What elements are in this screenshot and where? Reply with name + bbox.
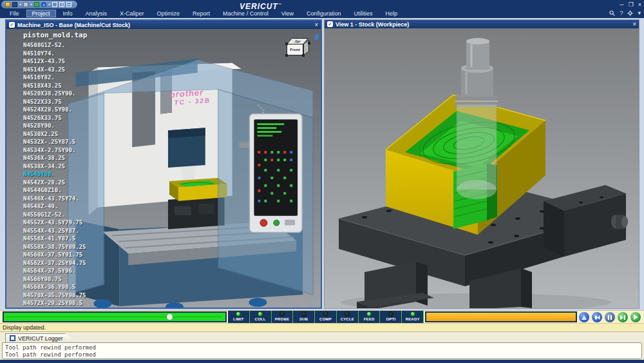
gcode-line[interactable]: N4530X2.25 [23, 130, 120, 139]
gcode-line[interactable]: N4528Y90. [23, 122, 120, 130]
machine-view-titlebar[interactable]: ✓ Machine_ISO - Base (Machine/Cut Stock)… [6, 21, 321, 29]
gear-icon[interactable] [627, 10, 633, 16]
layout-split-vertical-icon[interactable] [59, 2, 64, 7]
gcode-line[interactable]: N4564X-37.5Y96. [23, 267, 120, 275]
menu-item[interactable]: View [276, 10, 299, 17]
gcode-line[interactable]: N4526X33.75 [23, 114, 120, 123]
orientation-cube[interactable]: Top Front [285, 38, 312, 60]
machine-3d-view[interactable]: piston_mold.tap N4508G1Z-52. N4510Y74. N… [6, 29, 321, 308]
slider-knob[interactable] [167, 314, 173, 320]
indicator-button[interactable]: FEED [359, 311, 381, 324]
stock-3d-view[interactable] [325, 28, 639, 308]
menu-item[interactable]: Utilities [348, 10, 379, 17]
gcode-lines: N4508G1Z-52. N4510Y74. N4512X-43.75 N451… [23, 41, 120, 308]
gcode-line[interactable]: N4554X-43.25Y87. [23, 227, 120, 235]
gcode-line[interactable]: N4570X-35.75Y98.75 [23, 291, 120, 300]
chevron-down-icon[interactable]: ▾ [30, 2, 32, 7]
logger-title: VERICUT Logger [18, 335, 63, 342]
play-button[interactable] [630, 312, 641, 322]
gcode-line[interactable]: N4516Y82. [23, 74, 120, 82]
info-icon[interactable]: i [41, 2, 46, 7]
search-icon[interactable] [609, 10, 615, 16]
gcode-line[interactable]: N4512X-43.75 [23, 57, 120, 66]
gcode-line[interactable]: N4508G1Z-52. [23, 41, 120, 50]
menu-item[interactable]: Help [380, 10, 404, 17]
open-project-icon[interactable] [5, 2, 10, 7]
gcode-line[interactable]: N4548Z-49. [23, 202, 120, 211]
gcode-line[interactable]: N4544G0Z10. [23, 186, 120, 195]
logger-tab[interactable]: VERICUT Logger [5, 333, 78, 342]
indicator-button[interactable]: CYCLE [337, 311, 359, 324]
logger-panel: VERICUT Logger Tool path rewind performe… [0, 331, 644, 360]
menu-item[interactable]: File [4, 10, 25, 17]
gcode-line[interactable]: N4552X-43.5Y79.75 [23, 219, 120, 227]
gcode-line[interactable]: N4538X-34.25 [23, 162, 120, 171]
gcode-line[interactable]: N4534X-2.75Y90. [23, 146, 120, 155]
speed-slider[interactable] [3, 311, 227, 322]
vericut-app: ▾ ▾ i▾ VERICUT™ ─ ❐ × File Project Info … [0, 0, 644, 363]
worklist-icon[interactable] [34, 2, 39, 7]
close-icon[interactable]: × [638, 1, 641, 8]
indicator-button[interactable]: COLL [250, 311, 272, 324]
gcode-line[interactable]: N4566Y98.75 [23, 275, 120, 284]
menu-item[interactable]: Configuration [301, 10, 347, 17]
layout-single-icon[interactable] [52, 2, 57, 7]
stock-view-titlebar[interactable]: ✓ View 1 - Stock (Workpiece) × [325, 20, 639, 28]
save-icon[interactable] [12, 2, 17, 7]
step-button[interactable] [618, 312, 628, 322]
gcode-line[interactable]: N4536X-38.25 [23, 154, 120, 162]
menu-item[interactable]: X-Caliper [114, 10, 150, 17]
menu-item[interactable]: Analysis [80, 10, 113, 17]
menu-item[interactable]: Report [187, 10, 216, 17]
gcode-line[interactable]: N4522X33.75 [23, 98, 120, 106]
help-icon[interactable]: ? [620, 10, 623, 16]
close-icon[interactable]: × [314, 22, 318, 28]
indicator-led [388, 311, 393, 317]
program-name[interactable]: piston_mold.tap [23, 31, 120, 39]
gcode-line[interactable]: N4560X-37.5Y91.75 [23, 251, 120, 259]
gcode-line[interactable]: N4520X38.25Y90. [23, 90, 120, 98]
minimize-icon[interactable]: ─ [620, 1, 623, 8]
gcode-line[interactable]: N4518X43.25 [23, 82, 120, 90]
close-icon[interactable]: × [632, 21, 636, 28]
menu-item[interactable]: Info [57, 10, 79, 17]
chevron-down-icon[interactable]: ▾ [638, 10, 641, 16]
gcode-line[interactable]: N4524X28.5Y98. [23, 106, 120, 114]
indicator-button[interactable]: OPTI [380, 311, 402, 324]
menu-item[interactable]: Machine / Control [217, 10, 274, 17]
gcode-line[interactable]: N4514X-43.25 [23, 66, 120, 74]
cube-front-face[interactable]: Front [287, 44, 303, 55]
maximize-icon[interactable]: ❐ [629, 1, 634, 8]
logger-messages[interactable]: Tool path rewind performed Tool path rew… [2, 342, 642, 359]
gcode-line[interactable]: N4546X-43.75Y74. [23, 195, 120, 203]
menu-items: File Project Info Analysis X-Caliper Opt… [4, 10, 403, 17]
menu-item[interactable]: Project [26, 10, 56, 17]
pause-button[interactable] [605, 312, 615, 322]
gcode-line[interactable]: N4562X-37.25Y94.75 [23, 259, 120, 268]
indicator-button[interactable]: READY [402, 311, 424, 324]
indicator-button[interactable]: LIMIT [228, 311, 250, 324]
chevron-down-icon[interactable]: ▾ [48, 2, 50, 7]
gcode-line[interactable]: N4542X-28.25 [23, 179, 120, 187]
reset-model-icon[interactable] [23, 2, 28, 7]
rewind-button[interactable] [592, 312, 602, 322]
vericut-window-icon: ✓ [9, 22, 15, 28]
gcode-line[interactable]: N4572X-29.25Y98.5 [23, 299, 120, 308]
gcode-line[interactable]: N4550G1Z-52. [23, 211, 120, 219]
reset-button[interactable] [579, 312, 589, 322]
titlebar: ▾ ▾ i▾ VERICUT™ ─ ❐ × [0, 0, 644, 9]
indicator-led [345, 311, 350, 317]
gcode-line[interactable]: N4510Y74. [23, 50, 120, 58]
indicator-button[interactable]: COMP [315, 311, 337, 324]
gcode-line[interactable]: N4540Y98. [23, 170, 120, 179]
layout-split-horizontal-icon[interactable] [66, 2, 71, 7]
indicator-button[interactable]: PROBE [272, 311, 294, 324]
toolpath-progress-bar[interactable] [425, 311, 577, 322]
gcode-line[interactable]: N4532X-.25Y87.5 [23, 138, 120, 146]
chevron-down-icon[interactable]: ▾ [19, 2, 21, 7]
gcode-line[interactable]: N4558X-38.75Y89.25 [23, 243, 120, 251]
gcode-line[interactable]: N4568X-36.Y98.5 [23, 283, 120, 291]
indicator-button[interactable]: SUB [293, 311, 315, 324]
menu-item[interactable]: Optimize [151, 10, 186, 17]
gcode-line[interactable]: N4556X-41.Y87.5 [23, 235, 120, 243]
